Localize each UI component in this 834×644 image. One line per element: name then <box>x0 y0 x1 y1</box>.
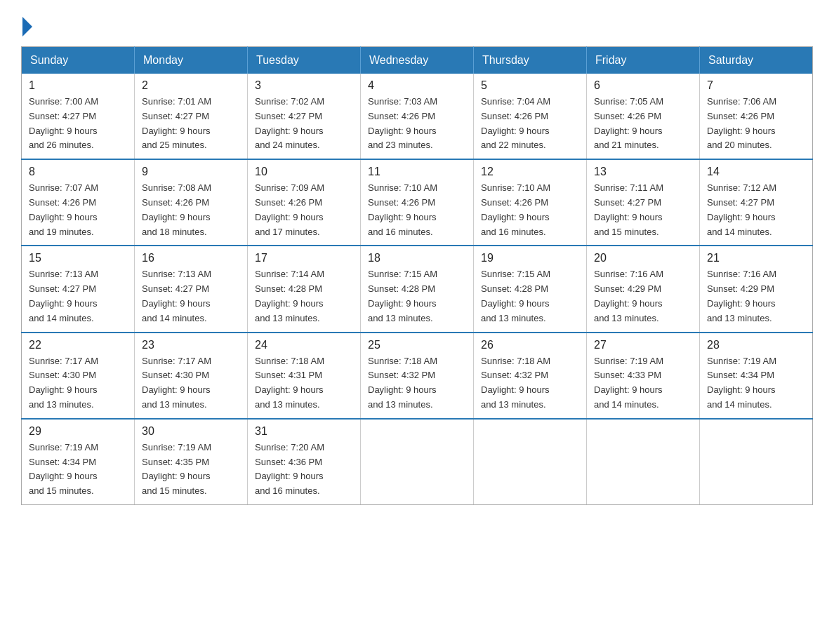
day-number: 24 <box>255 339 353 351</box>
calendar-week-2: 8 Sunrise: 7:07 AMSunset: 4:26 PMDayligh… <box>22 159 813 246</box>
day-info: Sunrise: 7:04 AMSunset: 4:26 PMDaylight:… <box>481 95 579 153</box>
day-info: Sunrise: 7:01 AMSunset: 4:27 PMDaylight:… <box>142 95 240 153</box>
calendar-cell: 10 Sunrise: 7:09 AMSunset: 4:26 PMDaylig… <box>248 159 361 246</box>
calendar-header-friday: Friday <box>587 47 700 74</box>
calendar-table: SundayMondayTuesdayWednesdayThursdayFrid… <box>21 46 813 505</box>
calendar-cell: 14 Sunrise: 7:12 AMSunset: 4:27 PMDaylig… <box>700 159 813 246</box>
calendar-header-row: SundayMondayTuesdayWednesdayThursdayFrid… <box>22 47 813 74</box>
day-number: 30 <box>142 425 240 438</box>
logo <box>21 14 32 32</box>
day-number: 10 <box>255 166 353 178</box>
day-number: 15 <box>29 252 127 264</box>
calendar-cell <box>361 419 474 505</box>
day-number: 13 <box>594 166 692 178</box>
calendar-cell: 2 Sunrise: 7:01 AMSunset: 4:27 PMDayligh… <box>135 74 248 159</box>
calendar-cell: 1 Sunrise: 7:00 AMSunset: 4:27 PMDayligh… <box>22 74 135 159</box>
calendar-cell: 26 Sunrise: 7:18 AMSunset: 4:32 PMDaylig… <box>474 333 587 419</box>
day-info: Sunrise: 7:08 AMSunset: 4:26 PMDaylight:… <box>142 181 240 239</box>
calendar-cell: 8 Sunrise: 7:07 AMSunset: 4:26 PMDayligh… <box>22 159 135 246</box>
calendar-cell: 27 Sunrise: 7:19 AMSunset: 4:33 PMDaylig… <box>587 333 700 419</box>
day-number: 8 <box>29 166 127 178</box>
day-info: Sunrise: 7:02 AMSunset: 4:27 PMDaylight:… <box>255 95 353 153</box>
day-number: 5 <box>481 79 579 92</box>
day-number: 31 <box>255 425 353 438</box>
day-info: Sunrise: 7:09 AMSunset: 4:26 PMDaylight:… <box>255 181 353 239</box>
calendar-cell: 21 Sunrise: 7:16 AMSunset: 4:29 PMDaylig… <box>700 246 813 332</box>
calendar-header-tuesday: Tuesday <box>248 47 361 74</box>
calendar-cell: 4 Sunrise: 7:03 AMSunset: 4:26 PMDayligh… <box>361 74 474 159</box>
calendar-week-5: 29 Sunrise: 7:19 AMSunset: 4:34 PMDaylig… <box>22 419 813 505</box>
day-info: Sunrise: 7:19 AMSunset: 4:34 PMDaylight:… <box>707 354 805 412</box>
day-info: Sunrise: 7:19 AMSunset: 4:34 PMDaylight:… <box>29 441 127 499</box>
calendar-cell: 28 Sunrise: 7:19 AMSunset: 4:34 PMDaylig… <box>700 333 813 419</box>
day-info: Sunrise: 7:15 AMSunset: 4:28 PMDaylight:… <box>368 267 466 326</box>
day-info: Sunrise: 7:13 AMSunset: 4:27 PMDaylight:… <box>29 267 127 326</box>
logo-arrow-icon <box>22 17 32 36</box>
calendar-cell <box>474 419 587 505</box>
day-info: Sunrise: 7:20 AMSunset: 4:36 PMDaylight:… <box>255 441 353 499</box>
calendar-cell: 3 Sunrise: 7:02 AMSunset: 4:27 PMDayligh… <box>248 74 361 159</box>
day-number: 16 <box>142 252 240 264</box>
calendar-cell: 18 Sunrise: 7:15 AMSunset: 4:28 PMDaylig… <box>361 246 474 332</box>
calendar-week-4: 22 Sunrise: 7:17 AMSunset: 4:30 PMDaylig… <box>22 333 813 419</box>
calendar-cell: 29 Sunrise: 7:19 AMSunset: 4:34 PMDaylig… <box>22 419 135 505</box>
day-number: 9 <box>142 166 240 178</box>
calendar-header-sunday: Sunday <box>22 47 135 74</box>
calendar-header-saturday: Saturday <box>700 47 813 74</box>
calendar-cell: 22 Sunrise: 7:17 AMSunset: 4:30 PMDaylig… <box>22 333 135 419</box>
day-info: Sunrise: 7:13 AMSunset: 4:27 PMDaylight:… <box>142 267 240 326</box>
day-info: Sunrise: 7:18 AMSunset: 4:32 PMDaylight:… <box>481 354 579 412</box>
calendar-header-thursday: Thursday <box>474 47 587 74</box>
day-info: Sunrise: 7:03 AMSunset: 4:26 PMDaylight:… <box>368 95 466 153</box>
day-number: 21 <box>707 252 805 264</box>
day-number: 27 <box>594 339 692 351</box>
day-number: 7 <box>707 79 805 92</box>
day-info: Sunrise: 7:11 AMSunset: 4:27 PMDaylight:… <box>594 181 692 239</box>
calendar-week-3: 15 Sunrise: 7:13 AMSunset: 4:27 PMDaylig… <box>22 246 813 332</box>
calendar-cell: 13 Sunrise: 7:11 AMSunset: 4:27 PMDaylig… <box>587 159 700 246</box>
calendar-cell: 11 Sunrise: 7:10 AMSunset: 4:26 PMDaylig… <box>361 159 474 246</box>
calendar-cell: 7 Sunrise: 7:06 AMSunset: 4:26 PMDayligh… <box>700 74 813 159</box>
calendar-cell: 31 Sunrise: 7:20 AMSunset: 4:36 PMDaylig… <box>248 419 361 505</box>
calendar-cell: 5 Sunrise: 7:04 AMSunset: 4:26 PMDayligh… <box>474 74 587 159</box>
calendar-header-wednesday: Wednesday <box>361 47 474 74</box>
day-number: 4 <box>368 79 466 92</box>
calendar-cell: 9 Sunrise: 7:08 AMSunset: 4:26 PMDayligh… <box>135 159 248 246</box>
day-info: Sunrise: 7:16 AMSunset: 4:29 PMDaylight:… <box>707 267 805 326</box>
calendar-cell: 23 Sunrise: 7:17 AMSunset: 4:30 PMDaylig… <box>135 333 248 419</box>
day-info: Sunrise: 7:17 AMSunset: 4:30 PMDaylight:… <box>29 354 127 412</box>
day-info: Sunrise: 7:18 AMSunset: 4:31 PMDaylight:… <box>255 354 353 412</box>
day-number: 12 <box>481 166 579 178</box>
day-number: 3 <box>255 79 353 92</box>
calendar-cell: 12 Sunrise: 7:10 AMSunset: 4:26 PMDaylig… <box>474 159 587 246</box>
day-number: 18 <box>368 252 466 264</box>
day-info: Sunrise: 7:00 AMSunset: 4:27 PMDaylight:… <box>29 95 127 153</box>
calendar-week-1: 1 Sunrise: 7:00 AMSunset: 4:27 PMDayligh… <box>22 74 813 159</box>
page-header <box>21 14 813 32</box>
day-info: Sunrise: 7:14 AMSunset: 4:28 PMDaylight:… <box>255 267 353 326</box>
day-info: Sunrise: 7:17 AMSunset: 4:30 PMDaylight:… <box>142 354 240 412</box>
calendar-cell: 17 Sunrise: 7:14 AMSunset: 4:28 PMDaylig… <box>248 246 361 332</box>
day-info: Sunrise: 7:15 AMSunset: 4:28 PMDaylight:… <box>481 267 579 326</box>
day-number: 17 <box>255 252 353 264</box>
day-number: 1 <box>29 79 127 92</box>
day-info: Sunrise: 7:10 AMSunset: 4:26 PMDaylight:… <box>481 181 579 239</box>
day-info: Sunrise: 7:16 AMSunset: 4:29 PMDaylight:… <box>594 267 692 326</box>
day-info: Sunrise: 7:12 AMSunset: 4:27 PMDaylight:… <box>707 181 805 239</box>
day-info: Sunrise: 7:10 AMSunset: 4:26 PMDaylight:… <box>368 181 466 239</box>
day-number: 19 <box>481 252 579 264</box>
day-info: Sunrise: 7:19 AMSunset: 4:35 PMDaylight:… <box>142 441 240 499</box>
day-number: 6 <box>594 79 692 92</box>
calendar-cell: 30 Sunrise: 7:19 AMSunset: 4:35 PMDaylig… <box>135 419 248 505</box>
calendar-cell: 19 Sunrise: 7:15 AMSunset: 4:28 PMDaylig… <box>474 246 587 332</box>
calendar-cell: 25 Sunrise: 7:18 AMSunset: 4:32 PMDaylig… <box>361 333 474 419</box>
day-number: 20 <box>594 252 692 264</box>
day-number: 14 <box>707 166 805 178</box>
day-info: Sunrise: 7:18 AMSunset: 4:32 PMDaylight:… <box>368 354 466 412</box>
day-number: 26 <box>481 339 579 351</box>
day-number: 11 <box>368 166 466 178</box>
day-number: 22 <box>29 339 127 351</box>
calendar-cell <box>700 419 813 505</box>
day-number: 25 <box>368 339 466 351</box>
calendar-cell <box>587 419 700 505</box>
